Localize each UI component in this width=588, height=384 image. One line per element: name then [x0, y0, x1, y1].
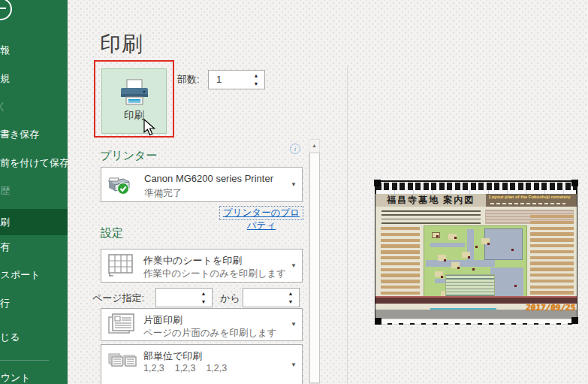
- name-list-left: [381, 227, 420, 302]
- selection-border-top: [375, 180, 577, 182]
- spin-up-icon[interactable]: ▲: [201, 291, 207, 296]
- map-path: [430, 243, 465, 247]
- page-from-spinner[interactable]: ▲▼: [155, 288, 213, 307]
- printer-dropdown[interactable]: Canon MG6200 series Printer 準備完了 ▼: [101, 167, 303, 202]
- collation-dropdown[interactable]: 部単位で印刷 1,2,3 1,2,3 1,2,3 ▼: [101, 344, 303, 384]
- copies-spinner[interactable]: 1 ▲▼: [208, 70, 265, 89]
- sign-title-english: Layout plan of the Fukushoji cemetery: [489, 195, 571, 200]
- selection-handle[interactable]: [374, 180, 381, 186]
- photo-date-stamp: 2017/09/25: [525, 303, 576, 313]
- selection-handle[interactable]: [375, 318, 381, 325]
- backstage-sidebar: 情報 新規 開く 上書き保存 名前を付けて保存 履歴 印刷 共有 エクスポート …: [0, 0, 68, 384]
- sign-subtitle-line: [490, 203, 565, 204]
- description-text-block: [381, 210, 481, 225]
- chevron-down-icon: ▼: [291, 262, 297, 269]
- sidebar-item-new[interactable]: 新規: [0, 72, 68, 86]
- sign-body: [375, 207, 577, 304]
- printer-name: Canon MG6200 series Printer: [144, 173, 273, 184]
- sidebar-item-save-as[interactable]: 名前を付けて保存: [0, 156, 68, 170]
- page-title: 印刷: [100, 30, 143, 59]
- map-pond: [484, 228, 523, 260]
- back-arrow-icon[interactable]: [0, 0, 12, 20]
- spin-down-icon[interactable]: ▼: [201, 299, 207, 304]
- sidebar-item-history: 履歴: [0, 184, 68, 198]
- printer-properties-link[interactable]: プリンターのプロパティ: [219, 206, 303, 220]
- sidebar-item-close[interactable]: 閉じる: [0, 331, 68, 344]
- sidebar-item-info[interactable]: 情報: [0, 44, 68, 57]
- printer-status: 準備完了: [144, 187, 182, 200]
- sidebar-item-share[interactable]: 共有: [0, 240, 68, 254]
- sidebar-item-export[interactable]: エクスポート: [0, 268, 68, 282]
- sign-header-band: 福昌寺墓地 案内図 Layout plan of the Fukushoji c…: [375, 194, 577, 207]
- settings-section-header: 設定: [101, 226, 123, 240]
- pane-divider: [347, 66, 348, 384]
- page-range-label: ページ指定:: [92, 292, 144, 305]
- name-list-right: [530, 215, 574, 302]
- duplex-title: 片面印刷: [143, 313, 182, 327]
- chevron-down-icon: ▼: [291, 181, 297, 188]
- excel-backstage-print-view: 情報 新規 開く 上書き保存 名前を付けて保存 履歴 印刷 共有 エクスポート …: [0, 0, 588, 384]
- sidebar-item-account[interactable]: アカウント: [0, 371, 68, 384]
- duplex-dropdown[interactable]: 片面印刷 ページの片面のみを印刷します ▼: [101, 308, 303, 341]
- scroll-up-icon[interactable]: ▲: [309, 140, 319, 152]
- page-to-spinner[interactable]: ▲▼: [243, 288, 300, 307]
- printer-icon: [119, 79, 149, 106]
- collation-subtitle: 1,2,3 1,2,3 1,2,3: [143, 363, 227, 373]
- cemetery-map-area: [424, 225, 527, 302]
- print-preview-object[interactable]: 福昌寺墓地 案内図 Layout plan of the Fukushoji c…: [374, 180, 578, 325]
- chevron-down-icon: ▼: [291, 361, 297, 368]
- sidebar-item-open: 開く: [0, 100, 68, 113]
- map-plaza: [490, 268, 523, 298]
- sidebar-item-print[interactable]: 印刷: [0, 216, 68, 229]
- collation-title: 部単位で印刷: [143, 349, 202, 363]
- sidebar-item-save[interactable]: 上書き保存: [0, 128, 68, 141]
- spin-down-icon[interactable]: ▼: [254, 81, 259, 86]
- selection-handle[interactable]: [571, 317, 578, 324]
- map-path: [426, 260, 495, 267]
- mouse-cursor: [143, 119, 158, 137]
- selection-border-bottom: [376, 323, 576, 325]
- sidebar-divider: [0, 360, 49, 361]
- settings-scrollbar[interactable]: ▲: [309, 139, 320, 384]
- copies-label: 部数:: [177, 73, 200, 86]
- page-range-to-label: から: [220, 292, 240, 305]
- printer-section-header: プリンター: [100, 149, 157, 163]
- print-what-dropdown[interactable]: 作業中のシートを印刷 作業中のシートのみを印刷します ▼: [101, 249, 303, 283]
- selection-handle[interactable]: [571, 180, 578, 186]
- scrollbar-thumb[interactable]: [309, 153, 320, 383]
- worksheet-icon: [108, 254, 134, 277]
- print-what-subtitle: 作業中のシートのみを印刷します: [143, 268, 286, 280]
- map-grave-markers: [436, 235, 439, 237]
- sidebar-item-publish[interactable]: 発行: [0, 297, 68, 310]
- print-what-title: 作業中のシートを印刷: [143, 254, 242, 268]
- collate-pages-icon: [108, 349, 137, 372]
- printer-status-icon: [107, 176, 132, 195]
- info-icon[interactable]: i: [290, 144, 300, 154]
- chevron-down-icon: ▼: [291, 321, 297, 328]
- spin-up-icon[interactable]: ▲: [288, 291, 294, 296]
- spin-down-icon[interactable]: ▼: [288, 299, 294, 304]
- filmstrip-dashes: [376, 183, 576, 190]
- spin-up-icon[interactable]: ▲: [254, 73, 259, 78]
- cemetery-map-photo: 福昌寺墓地 案内図 Layout plan of the Fukushoji c…: [375, 194, 577, 310]
- sign-title-japanese: 福昌寺墓地 案内図: [375, 194, 486, 207]
- one-sided-page-icon: [108, 313, 135, 336]
- copies-value: 1: [216, 74, 222, 85]
- duplex-subtitle: ページの片面のみを印刷します: [143, 327, 277, 340]
